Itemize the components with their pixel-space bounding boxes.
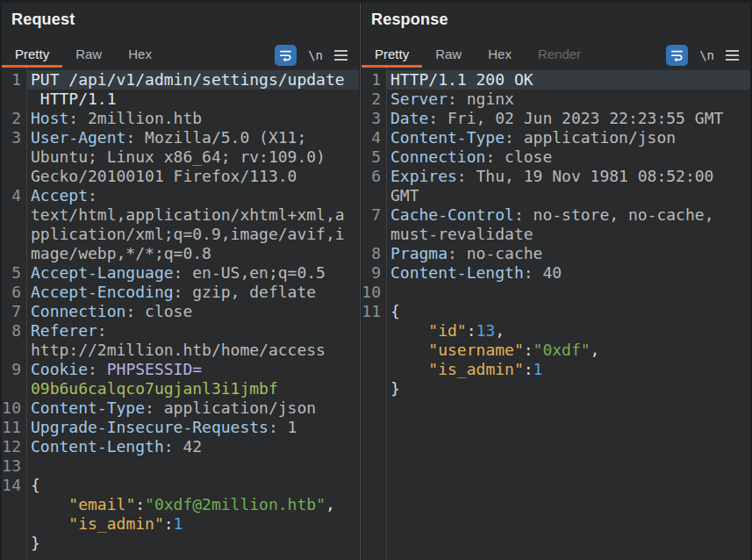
code-line-text: Cookie: PHPSESSID= xyxy=(26,360,359,379)
request-editor-icons: \n xyxy=(275,42,359,68)
line-number: 2 xyxy=(362,90,386,109)
code-line[interactable]: "id":13, xyxy=(362,321,750,341)
code-line[interactable]: 3User-Agent: Mozilla/5.0 (X11; xyxy=(2,128,359,147)
tab-hex[interactable]: Hex xyxy=(475,42,525,68)
code-line[interactable]: 12Content-Length: 42 xyxy=(2,437,359,456)
line-number: 11 xyxy=(362,302,386,321)
editor-menu-button[interactable] xyxy=(726,50,739,61)
code-line[interactable]: 7Cache-Control: no-store, no-cache, xyxy=(362,205,750,225)
code-line-text: must-revalidate xyxy=(386,225,750,244)
code-line-text: "username":"0xdf", xyxy=(386,341,750,360)
line-number: 5 xyxy=(362,147,386,167)
response-title: Response xyxy=(371,11,448,29)
line-number: 14 xyxy=(2,476,26,495)
code-line[interactable]: 5Connection: close xyxy=(362,147,750,167)
code-line[interactable]: mage/webp,*/*;q=0.8 xyxy=(2,244,359,263)
line-number: 7 xyxy=(362,205,386,225)
code-line-text: { xyxy=(386,302,750,321)
code-line-text: Content-Length: 42 xyxy=(26,437,359,456)
code-line-text: 09b6u6calqco7ugjanl3i1jmbf xyxy=(26,379,359,398)
word-wrap-icon xyxy=(278,47,293,62)
show-newlines-button[interactable]: \n xyxy=(308,48,323,62)
code-line[interactable]: text/html,application/xhtml+xml,a xyxy=(2,205,359,225)
tab-pretty[interactable]: Pretty xyxy=(2,42,62,68)
tab-raw[interactable]: Raw xyxy=(422,42,475,68)
code-line[interactable]: pplication/xml;q=0.9,image/avif,i xyxy=(2,225,359,244)
code-line[interactable]: 1HTTP/1.1 200 OK xyxy=(362,70,750,90)
line-number: 4 xyxy=(362,128,386,147)
code-line-text: Connection: close xyxy=(26,302,359,321)
code-line[interactable]: 5Accept-Language: en-US,en;q=0.5 xyxy=(2,263,359,283)
code-line[interactable]: 6Accept-Encoding: gzip, deflate xyxy=(2,283,359,302)
show-newlines-button[interactable]: \n xyxy=(699,48,714,62)
editor-menu-button[interactable] xyxy=(334,50,347,61)
request-header: Request PrettyRawHex\n xyxy=(2,3,359,68)
code-line-text xyxy=(26,456,359,476)
line-number xyxy=(362,225,386,244)
code-line[interactable]: 6Expires: Thu, 19 Nov 1981 08:52:00 xyxy=(362,167,750,186)
response-panel: Response PrettyRawHexRender\n 1HTTP/1.1 … xyxy=(362,3,750,560)
code-line[interactable]: 9Content-Length: 40 xyxy=(362,263,750,283)
line-number: 5 xyxy=(2,263,26,283)
code-line[interactable]: Gecko/20100101 Firefox/113.0 xyxy=(2,167,359,186)
code-line[interactable]: 9Cookie: PHPSESSID= xyxy=(2,360,359,379)
code-line[interactable]: 3Date: Fri, 02 Jun 2023 22:23:55 GMT xyxy=(362,109,750,128)
code-line-text: Gecko/20100101 Firefox/113.0 xyxy=(26,167,359,186)
line-number: 7 xyxy=(2,302,26,321)
code-line-text xyxy=(386,283,750,302)
word-wrap-toggle-button[interactable] xyxy=(666,45,688,66)
word-wrap-toggle-button[interactable] xyxy=(275,45,297,66)
line-number xyxy=(2,90,26,109)
tab-pretty[interactable]: Pretty xyxy=(362,42,422,68)
line-number: 6 xyxy=(2,283,26,302)
code-line[interactable]: 8Referer: xyxy=(2,321,359,341)
code-line[interactable]: 10 xyxy=(362,283,750,302)
code-line[interactable]: "is_admin":1 xyxy=(362,360,750,379)
code-line[interactable]: HTTP/1.1 xyxy=(2,90,359,109)
code-line-text: { xyxy=(26,476,359,495)
request-editor[interactable]: 1PUT /api/v1/admin/settings/update HTTP/… xyxy=(2,68,359,560)
request-title: Request xyxy=(11,11,75,29)
line-number xyxy=(2,379,26,398)
line-number xyxy=(2,225,26,244)
line-number: 13 xyxy=(2,456,26,476)
code-line[interactable]: 11Upgrade-Insecure-Requests: 1 xyxy=(2,418,359,437)
request-tabs: PrettyRawHex\n xyxy=(2,42,359,68)
code-line[interactable]: } xyxy=(2,534,359,553)
code-line-text: http://2million.htb/home/access xyxy=(26,341,359,360)
line-number: 8 xyxy=(362,244,386,263)
code-line[interactable]: must-revalidate xyxy=(362,225,750,244)
code-line-text: Accept-Encoding: gzip, deflate xyxy=(26,283,359,302)
code-line[interactable]: 2Host: 2million.htb xyxy=(2,109,359,128)
code-line[interactable]: 4Content-Type: application/json xyxy=(362,128,750,147)
code-line[interactable]: 1PUT /api/v1/admin/settings/update xyxy=(2,70,359,90)
code-line[interactable]: 09b6u6calqco7ugjanl3i1jmbf xyxy=(2,379,359,398)
code-line[interactable]: 10Content-Type: application/json xyxy=(2,398,359,418)
tab-raw[interactable]: Raw xyxy=(62,42,115,68)
code-line[interactable]: "email":"0xdf@2million.htb", xyxy=(2,495,359,514)
code-line-text: Content-Length: 40 xyxy=(386,263,750,283)
code-line[interactable]: GMT xyxy=(362,186,750,205)
line-number xyxy=(362,186,386,205)
code-line[interactable]: 7Connection: close xyxy=(2,302,359,321)
code-line[interactable]: 11{ xyxy=(362,302,750,321)
code-line-text: Ubuntu; Linux x86_64; rv:109.0) xyxy=(26,147,359,167)
line-number xyxy=(362,321,386,341)
tab-render: Render xyxy=(525,42,594,68)
code-line[interactable]: 4Accept: xyxy=(2,186,359,205)
line-number: 11 xyxy=(2,418,26,437)
code-line[interactable]: http://2million.htb/home/access xyxy=(2,341,359,360)
code-line[interactable]: 13 xyxy=(2,456,359,476)
tab-hex[interactable]: Hex xyxy=(115,42,165,68)
line-number: 9 xyxy=(362,263,386,283)
code-line[interactable]: 2Server: nginx xyxy=(362,90,750,109)
code-line[interactable]: 14{ xyxy=(2,476,359,495)
code-line[interactable]: Ubuntu; Linux x86_64; rv:109.0) xyxy=(2,147,359,167)
response-editor[interactable]: 1HTTP/1.1 200 OK2Server: nginx3Date: Fri… xyxy=(362,68,750,560)
code-line[interactable]: "is_admin":1 xyxy=(2,514,359,534)
code-line-text: } xyxy=(386,379,750,398)
code-line[interactable]: 8Pragma: no-cache xyxy=(362,244,750,263)
code-line[interactable]: } xyxy=(362,379,750,398)
code-line[interactable]: "username":"0xdf", xyxy=(362,341,750,360)
line-number: 2 xyxy=(2,109,26,128)
